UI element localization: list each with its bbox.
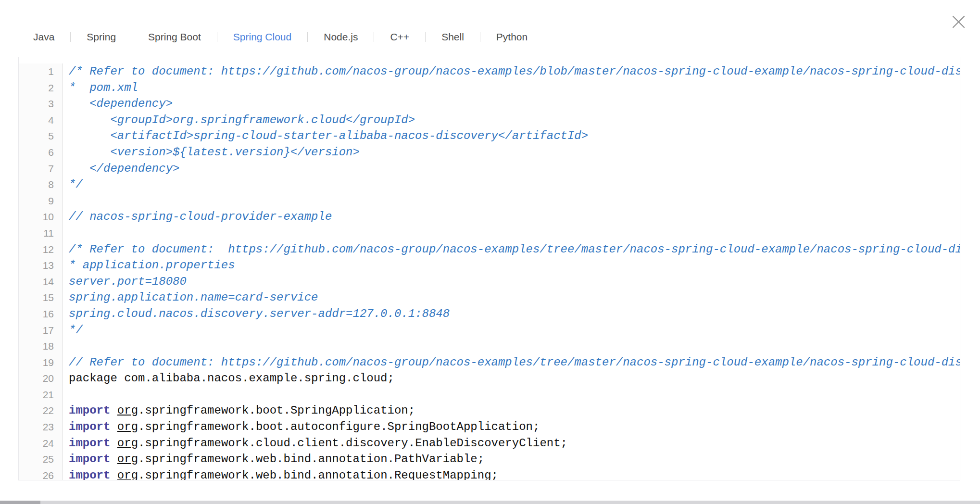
- code-line: 16spring.cloud.nacos.discovery.server-ad…: [19, 306, 960, 322]
- code-line: 4 <groupId>org.springframework.cloud</gr…: [19, 112, 960, 128]
- tab-shell[interactable]: Shell: [441, 31, 464, 43]
- tab-node-js[interactable]: Node.js: [324, 31, 358, 43]
- tab-c-[interactable]: C++: [390, 31, 409, 43]
- code-text: [63, 387, 960, 403]
- code-line: 19// Refer to document: https://github.c…: [19, 354, 960, 371]
- tab-divider: [307, 32, 308, 42]
- line-number: 1: [19, 63, 63, 80]
- line-number: 26: [19, 467, 63, 480]
- line-number: 20: [19, 370, 63, 387]
- code-text: <artifactId>spring-cloud-starter-alibaba…: [63, 128, 960, 144]
- code-line: 12/* Refer to document: https://github.c…: [19, 241, 960, 258]
- close-button[interactable]: [949, 13, 967, 31]
- tab-divider: [217, 32, 217, 42]
- tab-divider: [70, 32, 71, 42]
- code-text: */: [63, 176, 960, 193]
- tab-python[interactable]: Python: [496, 31, 528, 43]
- code-line: 8*/: [19, 176, 960, 193]
- code-line: 26import org.springframework.web.bind.an…: [19, 467, 960, 480]
- line-number: 10: [19, 209, 63, 225]
- tab-divider: [374, 32, 374, 42]
- language-tabbar: JavaSpringSpring BootSpring CloudNode.js…: [33, 27, 528, 47]
- code-line: 1/* Refer to document: https://github.co…: [19, 63, 960, 80]
- tab-spring-cloud[interactable]: Spring Cloud: [233, 31, 291, 43]
- code-text: <groupId>org.springframework.cloud</grou…: [63, 112, 960, 128]
- line-number: 5: [19, 128, 63, 144]
- code-line: 2* pom.xml: [19, 80, 960, 96]
- line-number: 22: [19, 403, 63, 419]
- code-text: import org.springframework.web.bind.anno…: [63, 451, 960, 467]
- code-text: spring.application.name=card-service: [63, 290, 960, 306]
- code-line: 6 <version>${latest.version}</version>: [19, 144, 960, 161]
- line-number: 3: [19, 96, 63, 112]
- code-text: [63, 225, 960, 241]
- tab-spring[interactable]: Spring: [87, 31, 116, 43]
- horizontal-scrollbar[interactable]: [0, 501, 980, 504]
- code-text: server.port=18080: [63, 274, 960, 290]
- code-line: 21: [19, 387, 960, 403]
- line-number: 18: [19, 338, 63, 354]
- line-number: 19: [19, 354, 63, 371]
- code-line: 20package com.alibaba.nacos.example.spri…: [19, 370, 960, 387]
- code-text: [63, 193, 960, 209]
- line-number: 13: [19, 257, 63, 274]
- line-number: 12: [19, 241, 63, 258]
- code-line: 15spring.application.name=card-service: [19, 290, 960, 306]
- code-line: 24import org.springframework.cloud.clien…: [19, 435, 960, 452]
- code-text: /* Refer to document: https://github.com…: [63, 241, 960, 258]
- line-number: 9: [19, 193, 63, 209]
- code-line: 22import org.springframework.boot.Spring…: [19, 403, 960, 419]
- line-number: 17: [19, 322, 63, 339]
- tab-spring-boot[interactable]: Spring Boot: [148, 31, 201, 43]
- line-number: 15: [19, 290, 63, 306]
- tab-divider: [425, 32, 426, 42]
- code-line: 13* application.properties: [19, 257, 960, 274]
- code-line: 10// nacos-spring-cloud-provider-example: [19, 209, 960, 225]
- scrollbar-thumb[interactable]: [0, 501, 40, 504]
- code-line: 23import org.springframework.boot.autoco…: [19, 419, 960, 435]
- line-number: 7: [19, 161, 63, 177]
- code-text: <dependency>: [63, 96, 960, 112]
- tab-divider: [480, 32, 480, 42]
- line-number: 2: [19, 80, 63, 96]
- code-line: 3 <dependency>: [19, 96, 960, 112]
- code-text: /* Refer to document: https://github.com…: [63, 63, 960, 80]
- code-text: * application.properties: [63, 257, 960, 274]
- line-number: 24: [19, 435, 63, 452]
- code-text: // Refer to document: https://github.com…: [63, 354, 960, 371]
- line-number: 8: [19, 176, 63, 193]
- code-text: import org.springframework.web.bind.anno…: [63, 467, 960, 480]
- line-number: 16: [19, 306, 63, 322]
- line-number: 14: [19, 274, 63, 290]
- line-number: 25: [19, 451, 63, 467]
- code-text: import org.springframework.cloud.client.…: [63, 435, 960, 452]
- code-text: */: [63, 322, 960, 339]
- code-line: 5 <artifactId>spring-cloud-starter-aliba…: [19, 128, 960, 144]
- code-text: * pom.xml: [63, 80, 960, 96]
- close-icon: [952, 15, 965, 28]
- code-line: 7 </dependency>: [19, 161, 960, 177]
- code-line: 18: [19, 338, 960, 354]
- code-panel[interactable]: 1/* Refer to document: https://github.co…: [18, 57, 960, 480]
- code-text: import org.springframework.boot.autoconf…: [63, 419, 960, 435]
- line-number: 23: [19, 419, 63, 435]
- tab-java[interactable]: Java: [33, 31, 54, 43]
- code-line: 9: [19, 193, 960, 209]
- code-line: 17*/: [19, 322, 960, 339]
- code-text: spring.cloud.nacos.discovery.server-addr…: [63, 306, 960, 322]
- code-text: <version>${latest.version}</version>: [63, 144, 960, 161]
- code-line: 11: [19, 225, 960, 241]
- code-line: 25import org.springframework.web.bind.an…: [19, 451, 960, 467]
- code-text: </dependency>: [63, 161, 960, 177]
- line-number: 6: [19, 144, 63, 161]
- code-text: import org.springframework.boot.SpringAp…: [63, 403, 960, 419]
- line-number: 4: [19, 112, 63, 128]
- code-text: [63, 338, 960, 354]
- line-number: 21: [19, 387, 63, 403]
- code-text: // nacos-spring-cloud-provider-example: [63, 209, 960, 225]
- code-text: package com.alibaba.nacos.example.spring…: [63, 370, 960, 387]
- line-number: 11: [19, 225, 63, 241]
- tab-divider: [132, 32, 132, 42]
- code-line: 14server.port=18080: [19, 274, 960, 290]
